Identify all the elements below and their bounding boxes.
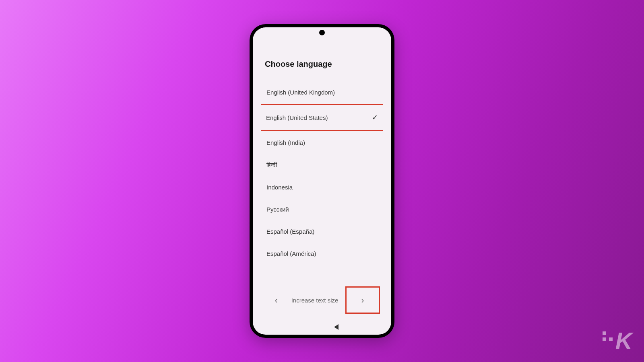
language-item-es-america[interactable]: Español (América): [261, 243, 383, 264]
language-item-en-in[interactable]: English (India): [261, 132, 383, 153]
chevron-left-icon: ‹: [275, 296, 278, 305]
screen-content: Choose language English (United Kingdom)…: [253, 27, 391, 319]
language-item-indonesia[interactable]: Indonesia: [261, 177, 383, 198]
language-label: हिन्दी: [266, 161, 277, 169]
android-back-icon[interactable]: [334, 324, 339, 330]
next-button[interactable]: ›: [355, 292, 371, 308]
language-item-hindi[interactable]: हिन्दी: [261, 154, 383, 176]
language-label: English (India): [266, 139, 305, 146]
android-nav-bar: [253, 319, 391, 335]
watermark-logo: K: [603, 327, 631, 354]
bottom-bar: ‹ Increase text size ›: [261, 281, 383, 319]
language-item-russian[interactable]: Русский: [261, 199, 383, 220]
annotation-highlight-next: ›: [345, 286, 380, 314]
page-title: Choose language: [261, 60, 383, 69]
language-label: Español (América): [266, 250, 316, 257]
phone-frame: Choose language English (United Kingdom)…: [250, 24, 394, 338]
increase-text-size-label[interactable]: Increase text size: [291, 297, 339, 304]
watermark-dots-icon: [603, 331, 613, 341]
language-label: English (United States): [266, 114, 328, 121]
language-label: Español (España): [266, 228, 314, 235]
language-label: Indonesia: [266, 184, 293, 191]
checkmark-icon: ✓: [372, 113, 378, 122]
language-list: English (United Kingdom) English (United…: [261, 81, 383, 281]
language-label: Русский: [266, 206, 289, 213]
language-item-es-es[interactable]: Español (España): [261, 221, 383, 242]
language-item-en-gb[interactable]: English (United Kingdom): [261, 82, 383, 103]
chevron-right-icon: ›: [361, 296, 364, 305]
language-label: English (United Kingdom): [266, 89, 335, 96]
annotation-highlight-selected: English (United States) ✓: [261, 104, 383, 131]
watermark-letter: K: [615, 327, 631, 354]
camera-notch: [319, 30, 325, 35]
phone-screen: Choose language English (United Kingdom)…: [253, 27, 391, 335]
language-item-en-us[interactable]: English (United States) ✓: [261, 106, 383, 129]
prev-button[interactable]: ‹: [268, 292, 284, 308]
